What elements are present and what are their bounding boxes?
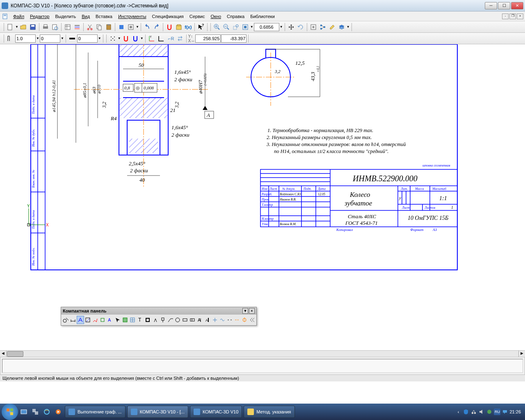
axis-button[interactable]: Y xyxy=(147,34,156,43)
hatch-button[interactable] xyxy=(84,316,91,324)
mdi-restore[interactable]: ❐ xyxy=(509,14,516,19)
menu-spec[interactable]: Спецификация xyxy=(150,13,186,20)
coord-x-input[interactable] xyxy=(195,34,221,43)
tray-arrow-icon[interactable]: ‹ xyxy=(455,409,461,415)
menu-select[interactable]: Выделить xyxy=(52,13,78,20)
library-button[interactable] xyxy=(174,23,183,32)
spec-button[interactable] xyxy=(63,23,72,32)
mdi-minimize[interactable]: - xyxy=(502,14,509,19)
zoom-input[interactable] xyxy=(254,23,279,31)
menu-window[interactable]: Окно xyxy=(208,13,224,20)
fx-button[interactable]: f(x) xyxy=(184,23,193,32)
zoom-in-button[interactable] xyxy=(212,23,221,32)
compact-panel[interactable]: Компактная панель ▼ × A T A A xyxy=(61,307,257,326)
view-tree-button[interactable] xyxy=(318,23,327,32)
snap-grid-button[interactable] xyxy=(108,34,117,43)
copy-button[interactable] xyxy=(95,23,104,32)
more-button[interactable] xyxy=(249,316,256,324)
base-button[interactable] xyxy=(159,316,166,324)
tray-clock[interactable]: 21:26 xyxy=(509,409,521,414)
arrow-button[interactable]: A xyxy=(196,316,203,324)
center-button[interactable] xyxy=(211,316,218,324)
properties-button[interactable] xyxy=(126,23,135,32)
panel-close-button[interactable]: × xyxy=(249,308,255,314)
menu-tools[interactable]: Инструменты xyxy=(116,13,149,20)
preview-button[interactable] xyxy=(50,23,59,32)
tray-network-icon[interactable] xyxy=(470,409,477,415)
rough-button[interactable] xyxy=(152,316,159,324)
tray-msg-icon[interactable] xyxy=(502,409,508,415)
magnet-red-button[interactable] xyxy=(121,34,130,43)
blue-shape-button[interactable] xyxy=(117,23,126,32)
menu-file[interactable]: Файл xyxy=(11,13,27,20)
start-button[interactable] xyxy=(2,404,18,420)
horizontal-scrollbar[interactable]: ◄ ► xyxy=(0,350,525,357)
annotations-button[interactable] xyxy=(77,316,84,324)
round-button[interactable]: ⌐R xyxy=(166,34,175,43)
zoom-fit-button[interactable] xyxy=(241,23,250,32)
cut-button[interactable] xyxy=(85,23,94,32)
leader-button[interactable] xyxy=(167,316,173,324)
edit-geom-button[interactable] xyxy=(92,316,99,324)
undo-button[interactable] xyxy=(143,23,152,32)
menu-help[interactable]: Справка xyxy=(224,13,247,20)
print-button[interactable] xyxy=(41,23,50,32)
table-button[interactable] xyxy=(129,316,136,324)
layer-input[interactable] xyxy=(40,34,60,43)
params-button[interactable] xyxy=(99,316,106,324)
layers-button[interactable] xyxy=(337,23,346,32)
task-1[interactable]: Выполнение граф. ... xyxy=(65,406,126,418)
spec-tool-button[interactable] xyxy=(121,316,128,324)
ql-ie-icon[interactable] xyxy=(42,407,52,417)
rotate-button[interactable] xyxy=(296,23,305,32)
paste-button[interactable] xyxy=(104,23,113,32)
measure-button[interactable]: A xyxy=(107,316,114,324)
tolerance-button[interactable] xyxy=(189,316,196,324)
auto-axis-button[interactable] xyxy=(241,316,248,324)
save-button[interactable] xyxy=(28,23,37,32)
geometry-button[interactable] xyxy=(62,316,69,324)
panel-pin-button[interactable]: ▼ xyxy=(242,308,248,314)
wave-button[interactable] xyxy=(219,316,226,324)
ql-switch-icon[interactable] xyxy=(30,407,40,417)
drawing-canvas[interactable]: Подп. и дата Инв. № дубл. Взам. инв. № П… xyxy=(0,44,525,350)
magnet-button[interactable] xyxy=(165,23,174,32)
minimize-button[interactable]: ─ xyxy=(485,2,497,9)
pan-button[interactable] xyxy=(287,23,296,32)
axis-tool-button[interactable] xyxy=(234,316,241,324)
tray-volume-icon[interactable] xyxy=(478,409,485,415)
menu-libs[interactable]: Библиотеки xyxy=(248,13,277,20)
menu-view[interactable]: Вид xyxy=(79,13,92,20)
help-pointer-button[interactable]: ? xyxy=(196,23,205,32)
line-weight-input[interactable] xyxy=(15,34,36,43)
select-tool-button[interactable] xyxy=(114,316,121,324)
menu-edit[interactable]: Редактор xyxy=(27,13,52,20)
tray-lang-icon[interactable]: RU xyxy=(494,409,500,415)
tray-app-icon[interactable] xyxy=(486,409,493,415)
edit-button[interactable] xyxy=(328,23,337,32)
style-button[interactable] xyxy=(68,34,77,43)
redraw-button[interactable] xyxy=(309,23,318,32)
ql-desktop-icon[interactable] xyxy=(19,407,29,417)
style-input[interactable] xyxy=(77,34,98,43)
zoom-out-button[interactable] xyxy=(222,23,231,32)
close-button[interactable]: ✕ xyxy=(511,2,523,9)
section-button[interactable]: A xyxy=(204,316,211,324)
break-button[interactable] xyxy=(226,316,233,324)
brand-button[interactable] xyxy=(182,316,189,324)
tray-shield-icon[interactable] xyxy=(463,409,469,415)
bold-button[interactable] xyxy=(144,316,151,324)
open-button[interactable] xyxy=(19,23,28,32)
maximize-button[interactable]: ☐ xyxy=(498,2,510,9)
lines-button[interactable] xyxy=(73,23,82,32)
ql-media-icon[interactable] xyxy=(53,407,63,417)
coord-y-input[interactable] xyxy=(221,34,247,43)
step-button[interactable] xyxy=(6,34,15,43)
text-button[interactable]: T xyxy=(137,316,144,324)
magnet-blue-button[interactable] xyxy=(131,34,140,43)
zoom-window-button[interactable] xyxy=(231,23,240,32)
dims-button[interactable] xyxy=(69,316,76,324)
task-3[interactable]: КОМПАС-3D V10 xyxy=(190,406,242,418)
menu-service[interactable]: Сервис xyxy=(187,13,208,20)
menu-insert[interactable]: Вставка xyxy=(93,13,115,20)
